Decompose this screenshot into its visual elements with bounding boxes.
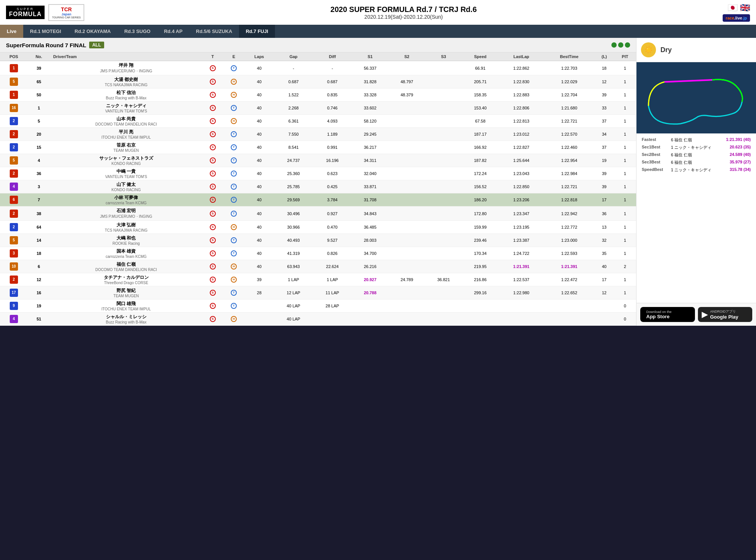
cell-diff: 28 LAP xyxy=(313,299,352,313)
pos-badge: 9 xyxy=(10,302,18,310)
cell-s3 xyxy=(425,207,462,221)
pos-badge: 17 xyxy=(10,289,18,297)
cell-diff: - xyxy=(313,61,352,75)
col-pit: PIT xyxy=(614,52,636,61)
cell-no: 7 xyxy=(27,193,50,207)
cell-no: 18 xyxy=(27,247,50,260)
nav-sugo[interactable]: Rd.3 SUGO xyxy=(118,25,157,38)
team-name: TEAM MUGEN xyxy=(52,294,200,298)
cell-pos: 1 xyxy=(0,61,27,75)
cell-lastlap: 1:22.537 xyxy=(499,273,544,286)
android-app-badge[interactable]: ▶ ANDROIDアプリ Google Play xyxy=(698,307,753,322)
cell-e: H xyxy=(223,75,244,88)
sec3best-driver: 6 福住 仁嶺 xyxy=(671,160,727,165)
cell-speed: 205.71 xyxy=(462,75,499,88)
team-name: carrozzeria Team KCMG xyxy=(52,255,200,259)
driver-name: 大津 弘樹 xyxy=(52,222,200,228)
cell-diff: 0.835 xyxy=(313,88,352,102)
cell-no: 3 xyxy=(27,180,50,193)
cell-t: S xyxy=(202,167,223,180)
cell-driver: 大嶋 和也 ROOKIE Racing xyxy=(50,234,202,247)
cell-t: S xyxy=(202,115,223,128)
cell-pit: 1 xyxy=(614,234,636,247)
cell-s3 xyxy=(425,234,462,247)
driver-name: 坪井 翔 xyxy=(52,62,200,69)
cell-laps: 40 xyxy=(244,88,274,102)
nav-ap[interactable]: Rd.4 AP xyxy=(157,25,189,38)
cell-laps: 40 xyxy=(244,193,274,207)
nav-live[interactable]: Live xyxy=(0,25,23,38)
cell-l: 37 xyxy=(595,115,614,128)
cell-speed: 159.99 xyxy=(462,221,499,234)
col-driver: Driver/Team xyxy=(50,52,202,61)
cell-driver: 野尻 智紀 TEAM MUGEN xyxy=(50,286,202,299)
cell-pos: 3 xyxy=(0,247,27,260)
cell-besttime: 1:22.721 xyxy=(544,180,595,193)
cell-s1: 32.040 xyxy=(352,167,388,180)
cell-s3 xyxy=(425,247,462,260)
cell-l: 17 xyxy=(595,193,614,207)
driver-name: 石浦 宏明 xyxy=(52,208,200,214)
section-title: SuperFormula Round 7 FINAL xyxy=(6,42,86,48)
driver-name: 野尻 智紀 xyxy=(52,287,200,294)
cell-pit: 1 xyxy=(614,88,636,102)
col-s3: S3 xyxy=(425,52,462,61)
cell-t: S xyxy=(202,141,223,154)
driver-name: 山下 健太 xyxy=(52,181,200,188)
stat-sec3best: Sec3Best 6 福住 仁嶺 35.979 (27) xyxy=(642,160,751,165)
team-name: Buzz Racing with B-Max xyxy=(52,320,200,324)
cell-s3 xyxy=(425,167,462,180)
cell-pos: 4 xyxy=(0,180,27,193)
cell-lastlap: 1:22.862 xyxy=(499,61,544,75)
table-row: 9 19 関口 雄飛 ITOCHU ENEX TEAM IMPUL S T 40… xyxy=(0,299,636,313)
pos-badge: 16 xyxy=(10,104,18,112)
stat-sec1best: Sec1Best 1 ニック・キャシディ 20.623 (35) xyxy=(642,145,751,150)
cell-s3 xyxy=(425,128,462,141)
cell-no: 64 xyxy=(27,221,50,234)
cell-s1: 28.003 xyxy=(352,234,388,247)
sec1best-driver: 1 ニック・キャシディ xyxy=(671,145,727,150)
cell-speed: 166.92 xyxy=(462,141,499,154)
race-table-body: 1 39 坪井 翔 JMS P.MU/CERUMO・INGING S T 40 … xyxy=(0,61,636,326)
cell-lastlap: 1:22.850 xyxy=(499,180,544,193)
nav-motegi[interactable]: Rd.1 MOTEGI xyxy=(23,25,68,38)
cell-pit: 1 xyxy=(614,75,636,88)
cell-driver: 山本 尚貴 DOCOMO TEAM DANDELION RACI xyxy=(50,115,202,128)
cell-e: T xyxy=(223,141,244,154)
col-l: (L) xyxy=(595,52,614,61)
cell-driver: 大湯 都史樹 TCS NAKAJIMA RACING xyxy=(50,75,202,88)
cell-no: 65 xyxy=(27,75,50,88)
pos-badge: 2 xyxy=(10,210,18,218)
compound-badge: T xyxy=(231,144,237,150)
driver-name: タチアナ・カルデロン xyxy=(52,274,200,281)
cell-t: S xyxy=(202,128,223,141)
cell-laps: 40 xyxy=(244,260,274,273)
cell-s2 xyxy=(388,154,425,167)
pos-badge: 2 xyxy=(10,169,18,178)
col-s2: S2 xyxy=(388,52,425,61)
cell-besttime: 1:22.942 xyxy=(544,207,595,221)
cell-e: T xyxy=(223,102,244,115)
cell-e: T xyxy=(223,128,244,141)
sidebar: ☀️ Dry Fastest 6 福住 仁嶺 1:21.391 (40) Sec… xyxy=(636,38,756,326)
cell-pit: 1 xyxy=(614,167,636,180)
nav-fuji[interactable]: Rd.7 FUJI xyxy=(239,25,275,38)
cell-no: 38 xyxy=(27,207,50,221)
cell-l: 18 xyxy=(595,61,614,75)
cell-t: S xyxy=(202,61,223,75)
cell-lastlap xyxy=(499,299,544,313)
cell-t: S xyxy=(202,180,223,193)
cell-diff: 16.196 xyxy=(313,154,352,167)
table-row: 6 7 小林 可夢偉 carrozzeria Team KCMG S T 40 … xyxy=(0,193,636,207)
table-row: 2 12 タチアナ・カルデロン ThreeBond Drago CORSE S … xyxy=(0,273,636,286)
nav-okayama[interactable]: Rd.2 OKAYAMA xyxy=(68,25,118,38)
cell-s1: 33.871 xyxy=(352,180,388,193)
cell-e: H xyxy=(223,260,244,273)
nav-suzuka[interactable]: Rd.5/6 SUZUKA xyxy=(189,25,239,38)
ios-app-badge[interactable]: Download on the App Store xyxy=(640,307,695,322)
cell-pos: 6 xyxy=(0,193,27,207)
speedbest-driver: 1 ニック・キャシディ xyxy=(671,167,727,173)
cell-no: 51 xyxy=(27,313,50,326)
cell-driver: 山下 健太 KONDO RACING xyxy=(50,180,202,193)
cell-t: S xyxy=(202,154,223,167)
